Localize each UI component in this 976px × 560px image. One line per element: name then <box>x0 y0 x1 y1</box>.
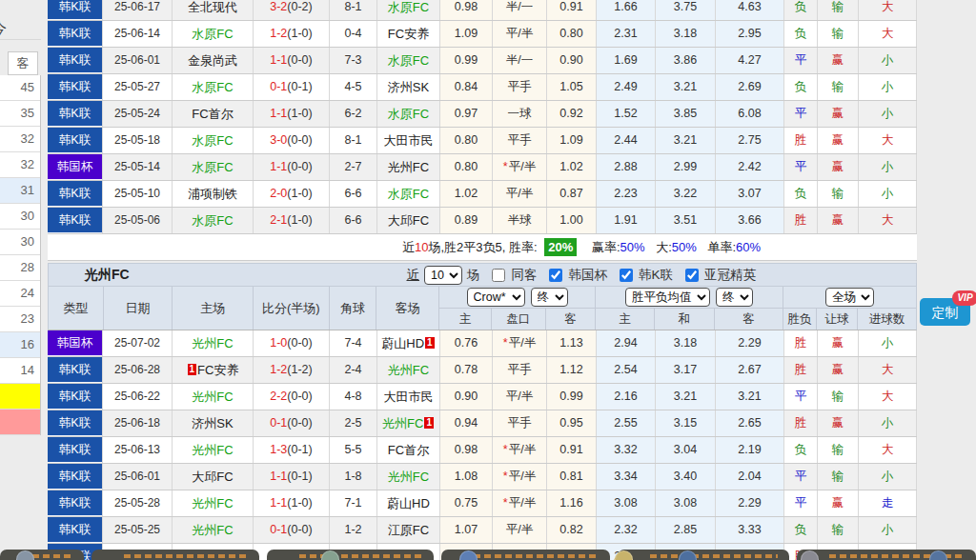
team-name[interactable]: 水原FC <box>192 27 233 41</box>
team-name[interactable]: 光州FC <box>192 523 233 537</box>
team-name[interactable]: 济州SK <box>388 80 429 94</box>
league-cell: 韩K联 <box>48 437 103 463</box>
avg-away-cell: 4.63 <box>716 0 784 20</box>
team-name[interactable]: 浦项制铁 <box>188 187 237 201</box>
halftime-score: (1-0) <box>287 213 312 227</box>
result-cell: 平 <box>784 464 818 490</box>
near-label[interactable]: 近 <box>406 267 419 284</box>
home-odds-cell: 0.90 <box>440 384 493 410</box>
away-odds-cell: 0.95 <box>547 410 597 436</box>
handicap-star: * <box>503 160 508 173</box>
date-cell: 25-06-28 <box>103 357 173 383</box>
halftime-score: (0-0) <box>287 523 312 536</box>
team-name[interactable]: 江原FC <box>388 523 429 537</box>
avg-time-select[interactable]: 终 <box>716 288 753 307</box>
team-name[interactable]: 光州FC <box>388 470 429 484</box>
scope-select[interactable]: 全场 <box>825 288 874 307</box>
league-cell: 韩K联 <box>48 21 103 47</box>
league-cell: 韩K联 <box>48 384 103 410</box>
date-cell: 25-05-25 <box>103 517 173 543</box>
team-name[interactable]: 蔚山HD <box>381 336 424 350</box>
team-name[interactable]: 水原FC <box>192 80 233 94</box>
korean-cup-checkbox[interactable] <box>549 269 562 282</box>
match-row: 韩K联25-05-06水原FC2-1(1-0)6-6大邱FC0.89半球1.00… <box>48 208 917 234</box>
taskbar-window-button[interactable] <box>0 550 84 560</box>
team-name[interactable]: FC安养 <box>388 27 429 41</box>
avg-away-cell: 3.07 <box>716 181 784 207</box>
team-name[interactable]: 水原FC <box>192 160 233 174</box>
team-name[interactable]: FC安养 <box>197 363 238 377</box>
team-name[interactable]: 水原FC <box>192 213 233 228</box>
team-cell: 济州SK <box>173 410 254 436</box>
same-venue-checkbox[interactable] <box>492 269 505 282</box>
result-cell: 负 <box>784 0 818 20</box>
match-row: 韩K联25-06-22光州FC2-2(0-0)4-8大田市民0.90平/半0.9… <box>48 384 917 410</box>
team-name[interactable]: 水原FC <box>388 53 429 68</box>
taskbar-window-button[interactable] <box>267 550 434 560</box>
corners-cell: 1-8 <box>330 464 377 490</box>
handicap-result-cell: 赢 <box>818 330 859 356</box>
sidebar-row: 32 <box>0 152 40 178</box>
date-cell: 25-06-22 <box>103 384 173 410</box>
away-tab[interactable]: 客 <box>8 51 38 75</box>
team-name[interactable]: 光州FC <box>388 160 429 174</box>
handicap-cell: *平/半 <box>493 464 547 490</box>
match-count-select[interactable]: 10 <box>424 266 462 285</box>
team-name[interactable]: 大田市民 <box>384 390 434 404</box>
team-name[interactable]: FC首尔 <box>192 107 233 121</box>
avg-odds-select[interactable]: 胜平负均值 <box>625 288 710 307</box>
team-cell: 水原FC <box>377 48 440 73</box>
match-row: 韩国杯25-07-02光州FC1-0(0-0)7-4蔚山HD10.76*平/半1… <box>48 330 917 357</box>
team-name[interactable]: 光州FC <box>388 363 429 377</box>
summary-near-count: 10 <box>415 240 428 254</box>
match-row: 韩K联25-05-24FC首尔1-1(1-0)6-2水原FC0.97一球0.92… <box>48 101 917 128</box>
team-name[interactable]: FC首尔 <box>388 443 429 457</box>
team-cell: 光州FC1 <box>377 410 440 436</box>
odds-source-select[interactable]: Crow* <box>467 288 525 307</box>
taskbar-window-button[interactable] <box>797 550 976 560</box>
team-name[interactable]: 蔚山HD <box>387 496 430 510</box>
team-name[interactable]: 水原FC <box>388 107 429 121</box>
match-row: 韩K联25-05-28光州FC1-1(1-0)7-1蔚山HD0.75*平/半1.… <box>48 490 917 517</box>
taskbar-window-button[interactable] <box>618 550 789 560</box>
goals-result-cell: 大 <box>859 384 917 410</box>
handicap-cell: 平手 <box>493 74 547 100</box>
result-cell: 平 <box>784 490 818 516</box>
corners-cell: 5-5 <box>330 437 377 463</box>
team-cell: 光州FC <box>173 490 254 516</box>
odds-time-select[interactable]: 终 <box>531 288 568 307</box>
team-name[interactable]: 金泉尚武 <box>188 53 237 68</box>
corners-cell: 1-2 <box>330 517 377 543</box>
team-name[interactable]: 光州FC <box>382 416 423 430</box>
team-name[interactable]: 光州FC <box>192 390 233 404</box>
team-name[interactable]: 光州FC <box>192 496 233 510</box>
sidebar-row: 23 <box>0 307 40 332</box>
team-name[interactable]: 大邱FC <box>388 213 429 228</box>
col-corners: 角球 <box>330 287 377 330</box>
avg-draw-cell: 3.21 <box>656 384 716 410</box>
team-cell: 水原FC <box>173 208 254 233</box>
record-summary-row: 近10场,胜2平3负5, 胜率: 20% 赢率:50% 大:50% 单率:60% <box>48 234 917 261</box>
team-name[interactable]: 济州SK <box>192 416 233 430</box>
goals-result-cell: 小 <box>859 101 917 127</box>
k-league-checkbox[interactable] <box>620 269 633 282</box>
team-name[interactable]: 水原FC <box>192 133 233 148</box>
team-name[interactable]: 大田市民 <box>384 133 434 148</box>
team-name[interactable]: 光州FC <box>192 336 233 350</box>
corners-cell: 8-1 <box>330 0 377 20</box>
col-score: 比分(半场) <box>254 287 330 330</box>
result-cell: 胜 <box>784 330 818 356</box>
team-name[interactable]: 光州FC <box>192 443 233 457</box>
team-name[interactable]: 大邱FC <box>192 470 233 484</box>
date-cell: 25-06-01 <box>103 48 173 73</box>
acl-elite-checkbox[interactable] <box>685 269 699 282</box>
halftime-score: (0-0) <box>287 133 312 147</box>
team-name[interactable]: 水原FC <box>388 0 429 14</box>
team-name[interactable]: 全北现代 <box>188 0 237 14</box>
avg-home-cell: 2.16 <box>597 384 656 410</box>
league-cell: 韩K联 <box>48 128 103 153</box>
team-name[interactable]: 水原FC <box>388 187 429 201</box>
league-cell: 韩K联 <box>48 490 103 516</box>
handicap-star: * <box>503 496 508 510</box>
taskbar-window-button[interactable] <box>92 550 259 560</box>
